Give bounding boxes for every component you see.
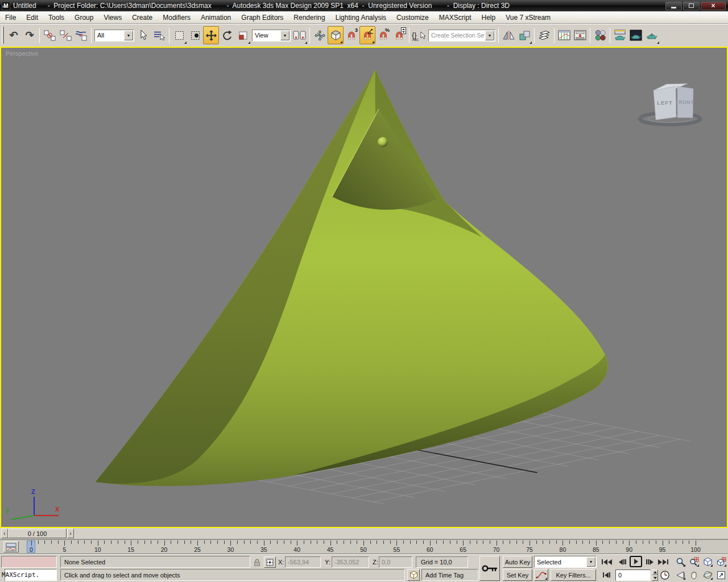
- key-selection-combo[interactable]: Selected▼: [534, 556, 597, 568]
- menu-tools[interactable]: Tools: [43, 11, 69, 23]
- open-mini-curve-editor-button[interactable]: [3, 541, 19, 552]
- viewcube-front-label[interactable]: FRONT: [676, 99, 694, 105]
- selection-filter-combo[interactable]: All▼: [94, 30, 134, 41]
- rendered-frame-window-button[interactable]: [628, 26, 644, 44]
- menu-graph-editors[interactable]: Graph Editors: [236, 11, 288, 23]
- viewcube[interactable]: LEFT FRONT: [640, 84, 700, 125]
- window-crossing-button[interactable]: [187, 26, 203, 44]
- key-mode-toggle-button[interactable]: [600, 569, 613, 580]
- use-pivot-point-center-button[interactable]: [292, 26, 308, 44]
- field-of-view-button[interactable]: [675, 569, 686, 580]
- zoom-extents-button[interactable]: [702, 556, 713, 567]
- menu-vue-7-xstream[interactable]: Vue 7 xStream: [500, 11, 556, 23]
- go-to-start-button[interactable]: [600, 556, 614, 567]
- bind-to-space-warp-button[interactable]: [73, 26, 89, 44]
- add-time-tag[interactable]: Add Time Tag: [421, 569, 478, 581]
- select-and-scale-button[interactable]: [235, 26, 251, 44]
- chevron-down-icon[interactable]: ▼: [280, 31, 289, 40]
- auto-key-button[interactable]: Auto Key: [503, 556, 532, 568]
- undo-button[interactable]: ↶: [6, 26, 22, 44]
- menu-lighting-analysis[interactable]: Lighting Analysis: [330, 11, 391, 23]
- redo-button[interactable]: ↷: [22, 26, 38, 44]
- align-button[interactable]: [516, 26, 532, 44]
- title-bar[interactable]: M3DS Untitled - Project Folder: C:\Users…: [0, 0, 728, 11]
- set-key-button[interactable]: Set Key: [503, 569, 532, 581]
- select-and-rotate-button[interactable]: [219, 26, 235, 44]
- next-frame-arrow[interactable]: ›: [67, 529, 74, 538]
- named-selection-set-combo[interactable]: Create Selection Set▼: [428, 30, 495, 41]
- time-slider-handle[interactable]: 0 / 100: [8, 529, 67, 538]
- menu-rendering[interactable]: Rendering: [288, 11, 330, 23]
- x-coordinate-field[interactable]: -563,94: [285, 556, 321, 568]
- chevron-down-icon[interactable]: ▼: [124, 31, 133, 40]
- menu-file[interactable]: File: [0, 11, 21, 23]
- default-tangent-button[interactable]: [534, 569, 548, 581]
- viewport-canvas[interactable]: LEFT FRONT Z X y: [1, 48, 727, 527]
- chevron-down-icon[interactable]: ▼: [485, 31, 494, 40]
- menu-maxscript[interactable]: MAXScript: [434, 11, 477, 23]
- menu-modifiers[interactable]: Modifiers: [158, 11, 196, 23]
- select-and-manipulate-button[interactable]: [312, 26, 328, 44]
- chevron-down-icon[interactable]: ▼: [586, 557, 595, 567]
- go-to-end-button[interactable]: [656, 556, 670, 567]
- app-icon[interactable]: M3DS: [2, 2, 10, 10]
- viewcube-left-label[interactable]: LEFT: [657, 99, 673, 106]
- set-keys-button[interactable]: [479, 556, 500, 581]
- absolute-mode-transform-button[interactable]: [264, 556, 276, 568]
- zoom-all-button[interactable]: [688, 556, 700, 567]
- play-animation-button[interactable]: [630, 556, 642, 567]
- schematic-view-button[interactable]: [572, 26, 588, 44]
- snaps-toggle-button[interactable]: [328, 26, 344, 44]
- z-coordinate-field[interactable]: 0,0: [379, 556, 412, 568]
- toolbar-grip[interactable]: [2, 27, 4, 44]
- select-and-link-button[interactable]: [42, 26, 57, 44]
- layer-manager-button[interactable]: [536, 26, 552, 44]
- angle-snap-toggle-button[interactable]: [359, 26, 375, 44]
- cone-object[interactable]: [96, 69, 608, 486]
- minimize-button[interactable]: [665, 2, 682, 10]
- rectangular-selection-region-button[interactable]: [171, 26, 187, 44]
- percent-snap-toggle-button[interactable]: %: [375, 26, 391, 44]
- pan-view-button[interactable]: [688, 569, 700, 580]
- menu-edit[interactable]: Edit: [21, 11, 43, 23]
- zoom-extents-all-button[interactable]: [715, 556, 727, 567]
- menu-group[interactable]: Group: [69, 11, 98, 23]
- frame-spinner-up[interactable]: [652, 569, 658, 575]
- small-sphere-object[interactable]: [378, 137, 388, 147]
- object-snap-toggle-button[interactable]: 3: [344, 26, 359, 44]
- reference-coordinate-system-combo[interactable]: View▼: [252, 30, 291, 41]
- select-object-button[interactable]: [135, 26, 151, 44]
- arc-rotate-button[interactable]: [702, 569, 713, 580]
- menu-help[interactable]: Help: [476, 11, 500, 23]
- select-and-move-button[interactable]: [203, 26, 219, 44]
- time-slider-track[interactable]: ‹ 0 / 100 ›: [0, 528, 728, 539]
- spinner-snap-toggle-button[interactable]: [391, 26, 407, 44]
- current-frame-field[interactable]: 0: [615, 569, 651, 581]
- isolate-selection-cube-button[interactable]: [407, 569, 420, 581]
- material-editor-button[interactable]: [592, 26, 608, 44]
- edit-named-selection-sets-button[interactable]: {}ABC: [411, 26, 427, 44]
- previous-frame-arrow[interactable]: ‹: [1, 529, 8, 538]
- curve-editor-button[interactable]: [556, 26, 572, 44]
- menu-animation[interactable]: Animation: [196, 11, 236, 23]
- key-filters-button[interactable]: Key Filters...: [551, 569, 596, 581]
- menu-views[interactable]: Views: [98, 11, 127, 23]
- previous-frame-button[interactable]: [616, 556, 628, 567]
- unlink-selection-button[interactable]: [57, 26, 73, 44]
- time-configuration-button[interactable]: [659, 569, 671, 581]
- menu-customize[interactable]: Customize: [391, 11, 434, 23]
- maximize-button[interactable]: [683, 2, 700, 10]
- quick-render-button[interactable]: [644, 26, 660, 44]
- maximize-viewport-toggle-button[interactable]: [715, 569, 727, 580]
- selection-lock-toggle[interactable]: [253, 558, 262, 567]
- maxscript-mini-listener-macro[interactable]: [1, 556, 57, 568]
- y-coordinate-field[interactable]: -353,052: [332, 556, 369, 568]
- perspective-viewport[interactable]: Perspective: [0, 47, 728, 528]
- zoom-button[interactable]: [675, 556, 686, 567]
- menu-create[interactable]: Create: [127, 11, 158, 23]
- close-button[interactable]: ×: [701, 2, 726, 10]
- next-frame-button[interactable]: [643, 556, 656, 567]
- render-setup-button[interactable]: [612, 26, 628, 44]
- frame-spinner-down[interactable]: [652, 575, 658, 581]
- track-bar-ruler[interactable]: 0510152025303540455055606570758085909510…: [0, 539, 728, 554]
